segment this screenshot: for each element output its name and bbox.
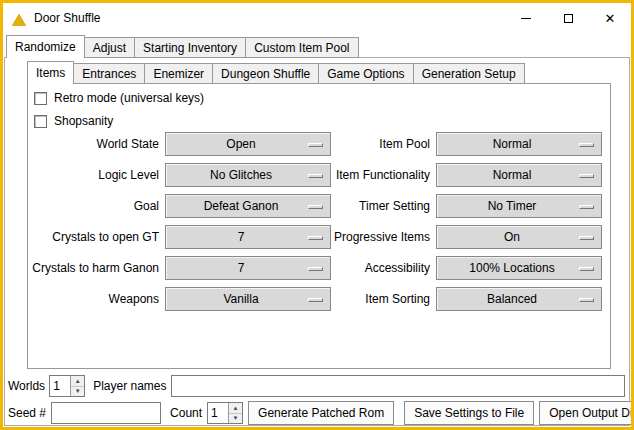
tab-generation-setup[interactable]: Generation Setup (413, 63, 525, 84)
player-names-input[interactable] (171, 375, 626, 397)
worlds-input[interactable] (50, 376, 70, 396)
generate-patched-rom-button[interactable]: Generate Patched Rom (248, 401, 394, 425)
dropdown-indicator-icon (308, 298, 323, 302)
weapons-value: Vanilla (223, 292, 272, 306)
shopsanity-row: Shopsanity (34, 114, 113, 128)
spin-down-icon[interactable]: ▼ (229, 414, 242, 424)
world-state-value: Open (226, 137, 269, 151)
retro-mode-label: Retro mode (universal keys) (54, 91, 204, 105)
window-title: Door Shuffle (34, 11, 101, 25)
close-button[interactable]: ✕ (589, 3, 631, 33)
main-tab-bar: Randomize Adjust Starting Inventory Cust… (6, 35, 358, 58)
dropdown-indicator-icon (579, 174, 594, 178)
save-settings-button[interactable]: Save Settings to File (404, 401, 534, 425)
item-sorting-label: Item Sorting (331, 292, 436, 306)
maximize-button[interactable] (547, 3, 589, 33)
item-functionality-dropdown[interactable]: Normal (436, 163, 602, 187)
seed-input[interactable] (51, 402, 161, 424)
sub-tab-bar: Items Entrances Enemizer Dungeon Shuffle… (27, 61, 524, 84)
crystals-open-gt-label: Crystals to open GT (30, 230, 165, 244)
tab-adjust[interactable]: Adjust (84, 37, 135, 58)
timer-setting-label: Timer Setting (331, 199, 436, 213)
form-row: World State Open Item Pool Normal (30, 132, 602, 156)
timer-setting-value: No Timer (488, 199, 551, 213)
item-pool-value: Normal (493, 137, 546, 151)
item-sorting-dropdown[interactable]: Balanced (436, 287, 602, 311)
goal-value: Defeat Ganon (204, 199, 293, 213)
worlds-spinbox: ▲ ▼ (49, 375, 85, 397)
tab-game-options[interactable]: Game Options (318, 63, 413, 84)
item-functionality-value: Normal (493, 168, 546, 182)
seed-row: Seed # Count ▲ ▼ Generate Patched Rom Sa… (8, 401, 625, 425)
dropdown-indicator-icon (579, 298, 594, 302)
world-state-dropdown[interactable]: Open (165, 132, 331, 156)
item-pool-label: Item Pool (331, 137, 436, 151)
retro-mode-row: Retro mode (universal keys) (34, 91, 204, 105)
shopsanity-label: Shopsanity (54, 114, 113, 128)
dropdown-indicator-icon (308, 267, 323, 271)
items-tab-panel: Retro mode (universal keys) Shopsanity W… (27, 83, 611, 369)
logic-level-value: No Glitches (210, 168, 286, 182)
dropdown-indicator-icon (308, 205, 323, 209)
weapons-label: Weapons (30, 292, 165, 306)
worlds-label: Worlds (8, 379, 45, 393)
count-label: Count (170, 406, 202, 420)
dropdown-indicator-icon (308, 236, 323, 240)
accessibility-dropdown[interactable]: 100% Locations (436, 256, 602, 280)
tab-entrances[interactable]: Entrances (73, 63, 145, 84)
close-icon: ✕ (605, 12, 616, 25)
tab-custom-item-pool[interactable]: Custom Item Pool (245, 37, 358, 58)
count-input[interactable] (208, 403, 228, 423)
count-spinbox: ▲ ▼ (207, 402, 243, 424)
accessibility-value: 100% Locations (469, 261, 568, 275)
form-row: Logic Level No Glitches Item Functionali… (30, 163, 602, 187)
tab-starting-inventory[interactable]: Starting Inventory (134, 37, 246, 58)
crystals-open-gt-dropdown[interactable]: 7 (165, 225, 331, 249)
dropdown-indicator-icon (579, 143, 594, 147)
item-pool-dropdown[interactable]: Normal (436, 132, 602, 156)
crystals-open-gt-value: 7 (238, 230, 259, 244)
maximize-icon (564, 14, 573, 23)
spin-up-icon[interactable]: ▲ (229, 403, 242, 414)
item-sorting-value: Balanced (487, 292, 551, 306)
crystals-harm-ganon-value: 7 (238, 261, 259, 275)
weapons-dropdown[interactable]: Vanilla (165, 287, 331, 311)
dropdown-indicator-icon (579, 267, 594, 271)
item-functionality-label: Item Functionality (331, 168, 436, 182)
dropdown-indicator-icon (579, 205, 594, 209)
crystals-harm-ganon-dropdown[interactable]: 7 (165, 256, 331, 280)
door-shuffle-window: Door Shuffle ✕ Randomize Adjust Starting… (0, 0, 634, 430)
accessibility-label: Accessibility (331, 261, 436, 275)
form-row: Weapons Vanilla Item Sorting Balanced (30, 287, 602, 311)
tab-enemizer[interactable]: Enemizer (144, 63, 213, 84)
titlebar: Door Shuffle ✕ (3, 3, 631, 33)
shopsanity-checkbox[interactable] (34, 115, 47, 128)
progressive-items-dropdown[interactable]: On (436, 225, 602, 249)
tab-randomize[interactable]: Randomize (6, 35, 85, 58)
dropdown-indicator-icon (579, 236, 594, 240)
form-row: Crystals to open GT 7 Progressive Items … (30, 225, 602, 249)
timer-setting-dropdown[interactable]: No Timer (436, 194, 602, 218)
window-controls: ✕ (505, 3, 631, 33)
world-state-label: World State (30, 137, 165, 151)
count-spin-buttons: ▲ ▼ (228, 403, 242, 423)
seed-label: Seed # (8, 406, 46, 420)
crystals-harm-ganon-label: Crystals to harm Ganon (30, 261, 165, 275)
minimize-icon (521, 18, 531, 19)
goal-label: Goal (30, 199, 165, 213)
tab-items[interactable]: Items (27, 61, 74, 84)
progressive-items-label: Progressive Items (331, 230, 436, 244)
spin-up-icon[interactable]: ▲ (71, 376, 84, 387)
retro-mode-checkbox[interactable] (34, 92, 47, 105)
triforce-icon (12, 14, 26, 26)
tab-dungeon-shuffle[interactable]: Dungeon Shuffle (212, 63, 319, 84)
form-row: Goal Defeat Ganon Timer Setting No Timer (30, 194, 602, 218)
dropdown-indicator-icon (308, 174, 323, 178)
goal-dropdown[interactable]: Defeat Ganon (165, 194, 331, 218)
worlds-row: Worlds ▲ ▼ Player names (8, 375, 625, 397)
spin-down-icon[interactable]: ▼ (71, 387, 84, 397)
logic-level-dropdown[interactable]: No Glitches (165, 163, 331, 187)
minimize-button[interactable] (505, 3, 547, 33)
dropdown-indicator-icon (308, 143, 323, 147)
open-output-directory-button[interactable]: Open Output Directory (539, 401, 634, 425)
